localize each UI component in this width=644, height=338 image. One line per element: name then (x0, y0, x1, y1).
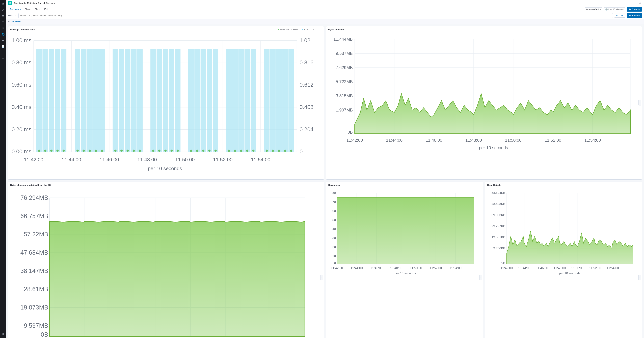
svg-text:11:46:00: 11:46:00 (536, 266, 548, 270)
svg-point-75 (139, 150, 141, 152)
filter-label: Filters (8, 14, 14, 17)
auto-refresh-button[interactable]: ↻ Auto-refresh ‹ (585, 8, 602, 12)
refresh-spin-icon: ↻ (629, 8, 631, 10)
sidebar-icon-diamond[interactable]: ◆ (0, 38, 6, 43)
svg-point-62 (44, 150, 46, 152)
svg-text:0.204: 0.204 (300, 126, 314, 132)
svg-rect-44 (169, 49, 174, 152)
svg-point-77 (158, 150, 160, 152)
svg-point-73 (126, 150, 129, 152)
svg-text:0.60 ms: 0.60 ms (12, 82, 31, 88)
time-range-label: Last 15 minutes (608, 8, 623, 10)
svg-text:0: 0 (300, 148, 302, 154)
main-content: K Dashboard / [Metricbeat Consul] Overvi… (6, 0, 644, 338)
svg-rect-27 (42, 49, 48, 152)
sidebar-icon-grid[interactable]: ⊞ (0, 14, 6, 19)
bytes-os-chart: 76.294MB 66.757MB 57.22MB 47.684MB 38.14… (10, 188, 322, 338)
svg-rect-40 (137, 49, 142, 152)
gc-runs-value: 0 (313, 28, 314, 30)
panel-gc-stats: Garbage Collector stats Pause time 0.00 … (8, 26, 324, 180)
options-label: Options (616, 14, 623, 17)
svg-text:80: 80 (332, 191, 336, 194)
svg-text:9.537MB: 9.537MB (336, 51, 353, 56)
svg-text:11:50:00: 11:50:00 (410, 266, 422, 270)
sidebar-icon-up[interactable]: ↑ (0, 50, 6, 55)
svg-text:0B: 0B (348, 130, 353, 134)
svg-rect-31 (75, 49, 80, 152)
svg-rect-37 (119, 49, 124, 152)
sidebar-icon-clock[interactable]: ⏱ (0, 1, 6, 7)
sidebar-icon-star[interactable]: ✦ (0, 56, 6, 61)
panel-bytes-allocated: Bytes Allocated ‹ 11.444MB 9.537MB 7.629… (326, 26, 642, 180)
svg-rect-46 (188, 49, 194, 152)
svg-text:48.828KB: 48.828KB (492, 202, 505, 206)
breadcrumb-title: [Metricbeat Consul] Overview (26, 2, 55, 4)
refresh-button[interactable]: ↻ Refresh (627, 7, 642, 12)
sidebar-icon-list[interactable]: ☰ (0, 20, 6, 25)
svg-text:per 10 seconds: per 10 seconds (559, 272, 580, 275)
chevron-left-icon: ‹ (600, 8, 601, 10)
time-range-button[interactable]: 🕐 Last 15 minutes › (604, 8, 626, 12)
nav-clone[interactable]: Clone (32, 6, 42, 12)
svg-text:29.297KB: 29.297KB (492, 224, 505, 228)
svg-text:11:52:00: 11:52:00 (589, 266, 601, 270)
svg-text:11:44:00: 11:44:00 (386, 138, 403, 142)
svg-text:11:48:00: 11:48:00 (554, 266, 566, 270)
heap-objects-svg: 58.594KB 48.828KB 39.063KB 29.297KB 19.5… (487, 188, 640, 281)
svg-rect-47 (194, 49, 200, 152)
svg-text:19.531KB: 19.531KB (492, 236, 505, 239)
svg-text:0.816: 0.816 (300, 59, 314, 66)
svg-point-89 (246, 150, 248, 152)
add-filter-label: + Add filter (12, 20, 21, 23)
svg-point-86 (228, 150, 230, 152)
filter-refresh-button[interactable]: ↻ Refresh (627, 13, 642, 18)
svg-text:11:46:00: 11:46:00 (100, 157, 119, 162)
sidebar-icon-globe[interactable]: 🌐 (0, 32, 6, 37)
svg-text:11:46:00: 11:46:00 (370, 266, 382, 270)
top-bar-settings-icon[interactable]: ⊕ (638, 1, 642, 5)
filter-prompt-icon: >_ (15, 14, 17, 17)
svg-text:28.61MB: 28.61MB (24, 286, 48, 292)
svg-text:57.22MB: 57.22MB (24, 231, 48, 238)
svg-text:30: 30 (332, 236, 336, 240)
svg-text:11:54:00: 11:54:00 (450, 266, 462, 270)
gc-runs-legend-dot (302, 29, 303, 30)
gc-stats-svg: 1.00 ms 0.80 ms 0.60 ms 0.40 ms 0.20 ms … (10, 32, 322, 177)
svg-text:9.537MB: 9.537MB (24, 322, 48, 329)
svg-point-74 (133, 150, 135, 152)
svg-text:19.073MB: 19.073MB (20, 304, 48, 311)
svg-rect-51 (226, 49, 232, 152)
gc-pause-legend-dot (278, 29, 279, 30)
goroutines-title: Goroutines (328, 184, 481, 186)
svg-text:11:44:00: 11:44:00 (350, 266, 362, 270)
svg-rect-39 (131, 49, 136, 152)
nav-fullscreen[interactable]: Full screen (8, 6, 23, 12)
svg-text:per 10 seconds: per 10 seconds (394, 272, 416, 275)
svg-point-76 (152, 150, 154, 152)
gear-icon[interactable]: ⚙ (8, 20, 10, 23)
bytes-allocated-svg: 11.444MB 9.537MB 7.629MB 5.722MB 3.815MB… (328, 32, 640, 155)
svg-point-64 (56, 150, 58, 152)
svg-text:per 10 seconds: per 10 seconds (148, 166, 182, 171)
gc-stats-chart: 1.00 ms 0.80 ms 0.60 ms 0.40 ms 0.20 ms … (10, 32, 322, 178)
filter-refresh-label: Refresh (632, 14, 640, 17)
options-button[interactable]: Options (614, 14, 626, 18)
svg-text:0.00 ms: 0.00 ms (12, 148, 31, 154)
app-logo: K (8, 1, 12, 5)
svg-rect-43 (163, 49, 168, 152)
heap-objects-title: Heap Objects (487, 184, 640, 186)
filter-refresh-icon: ↻ (629, 14, 631, 17)
filter-search-input[interactable] (20, 14, 611, 17)
svg-text:58.594KB: 58.594KB (492, 191, 505, 194)
sidebar-icon-circle[interactable]: ◎ (0, 26, 6, 31)
svg-rect-52 (232, 49, 238, 152)
sidebar-icon-check[interactable]: ✓ (0, 8, 6, 13)
sidebar-icon-settings[interactable]: ⚙ (0, 331, 6, 337)
nav-edit[interactable]: Edit (42, 6, 50, 12)
svg-rect-56 (264, 49, 270, 152)
add-filter-button[interactable]: + Add filter (12, 20, 21, 23)
svg-point-95 (290, 150, 292, 152)
svg-text:10: 10 (332, 254, 336, 258)
nav-share[interactable]: Share (23, 6, 33, 12)
sidebar-icon-doc[interactable]: 📄 (0, 44, 6, 49)
